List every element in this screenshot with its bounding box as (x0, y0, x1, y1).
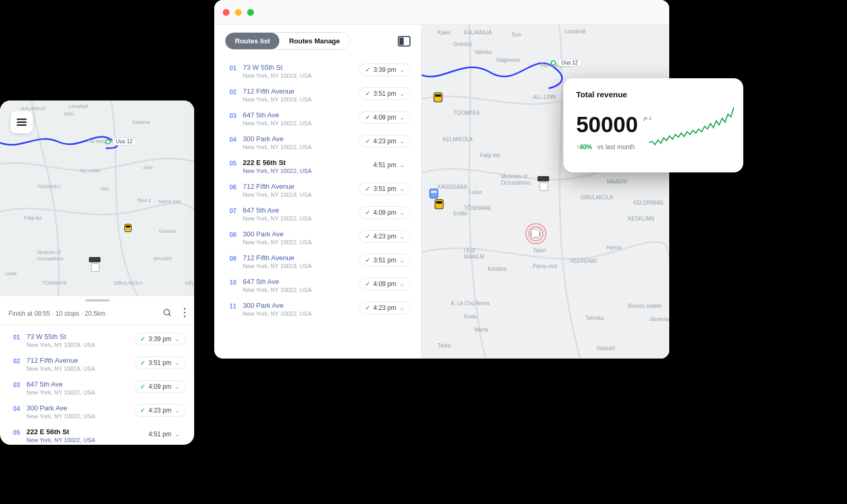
stop-row[interactable]: 04300 Park AveNew York, NY 10022, USA✓4:… (8, 400, 186, 424)
stop-time-chip[interactable]: ✓4:23 pm⌄ (359, 135, 411, 148)
window-controls (223, 9, 254, 16)
chevron-down-icon: ⌄ (175, 430, 180, 438)
svg-text:Pärnu mnt: Pärnu mnt (533, 263, 557, 269)
svg-text:VEERENNI: VEERENNI (570, 258, 597, 264)
package-a-icon (540, 182, 548, 191)
stop-address: 222 E 56th St (26, 428, 95, 436)
svg-rect-22 (126, 226, 131, 228)
check-icon: ✓ (365, 90, 370, 97)
tab-routes-manage[interactable]: Routes Manage (279, 33, 349, 49)
stop-time-chip[interactable]: ✓4:09 pm⌄ (359, 206, 411, 219)
stop-row[interactable]: 10647 5th AveNew York, NY 10022, USA✓4:0… (225, 273, 411, 297)
stop-time: 4:23 pm (149, 407, 171, 414)
menu-button[interactable] (11, 111, 33, 133)
svg-text:Falgi tee: Falgi tee (24, 215, 42, 221)
svg-rect-75 (538, 176, 549, 181)
check-icon: ✓ (365, 209, 370, 216)
stop-time-chip[interactable]: ✓3:39 pm⌄ (359, 63, 411, 76)
stop-row[interactable]: 09712 Fifth AvenueNew York, NY 10019, US… (225, 250, 411, 273)
stop-subaddress: New York, NY 10022, USA (243, 310, 312, 317)
stop-index: 01 (225, 63, 236, 72)
mobile-stop-list[interactable]: 0173 W 55th StNew York, NY 10019, USA✓3:… (0, 325, 194, 445)
stop-address: 222 E 56th St (243, 159, 312, 167)
chevron-down-icon: ⌄ (175, 407, 180, 414)
svg-text:KEL: KEL (185, 280, 194, 286)
svg-text:Falgi tee: Falgi tee (480, 152, 500, 158)
mobile-card: KALAMAJA Linnahall Jahu Sadama Fat Marga… (0, 100, 194, 445)
stop-time: 3:51 pm (374, 256, 396, 264)
minimize-window-button[interactable] (235, 9, 242, 16)
stop-row[interactable]: 0173 W 55th StNew York, NY 10019, USA✓3:… (225, 59, 411, 83)
svg-rect-29 (399, 38, 404, 45)
stop-row[interactable]: 02712 Fifth AvenueNew York, NY 10019, US… (8, 352, 186, 376)
vehicle-c-icon (433, 198, 445, 210)
stop-time-chip[interactable]: ✓4:23 pm⌄ (359, 230, 411, 243)
stop-time-chip[interactable]: ✓3:51 pm⌄ (359, 182, 411, 195)
stop-index: 05 (8, 428, 20, 436)
svg-point-25 (184, 308, 185, 309)
chevron-down-icon: ⌄ (175, 359, 180, 366)
revenue-delta-pct: 40% (579, 143, 592, 151)
stop-subaddress: New York, NY 10022, USA (26, 437, 95, 443)
stop-row[interactable]: 11300 Park AveNew York, NY 10022, USA✓4:… (225, 297, 411, 321)
stop-address: 73 W 55th St (26, 333, 95, 341)
check-icon: ✓ (365, 138, 370, 145)
stop-time-chip[interactable]: ✓3:51 pm⌄ (359, 254, 411, 267)
svg-text:Vabriku: Vabriku (475, 49, 492, 55)
window-titlebar[interactable] (214, 0, 669, 25)
stop-row[interactable]: 03647 5th AveNew York, NY 10022, USA✓4:0… (8, 376, 186, 400)
stop-time-chip[interactable]: ✓4:09 pm⌄ (134, 380, 186, 393)
stop-time-chip[interactable]: ✓4:23 pm⌄ (134, 404, 186, 417)
svg-rect-71 (430, 189, 438, 198)
stop-time-chip[interactable]: ✓3:39 pm⌄ (134, 333, 186, 345)
svg-text:KESKLINN: KESKLINN (628, 216, 654, 222)
mobile-map[interactable]: KALAMAJA Linnahall Jahu Sadama Fat Marga… (0, 100, 194, 296)
stop-row[interactable]: 08300 Park AveNew York, NY 10022, USA✓4:… (225, 226, 411, 250)
stop-time: 4:09 pm (374, 280, 396, 288)
stop-time: 4:09 pm (149, 383, 171, 390)
stop-time-chip[interactable]: 4:51 pm⌄ (368, 159, 411, 171)
chevron-down-icon: ⌄ (399, 280, 405, 288)
svg-text:Linnahall: Linnahall (564, 29, 586, 34)
stop-time-chip[interactable]: ✓4:09 pm⌄ (359, 111, 411, 124)
svg-text:SIBULAKÜLA: SIBULAKÜLA (114, 280, 143, 286)
stop-row[interactable]: 06712 Fifth AvenueNew York, NY 10019, US… (225, 178, 411, 202)
svg-text:UUS: UUS (464, 248, 475, 253)
svg-text:A. Le Coq Arena: A. Le Coq Arena (451, 300, 490, 306)
stop-time-chip[interactable]: ✓4:09 pm⌄ (359, 278, 411, 290)
hamburger-icon (16, 116, 28, 128)
desktop-stop-list[interactable]: 0173 W 55th StNew York, NY 10019, USA✓3:… (214, 55, 421, 359)
check-icon: ✓ (140, 383, 145, 390)
stop-time-chip[interactable]: ✓3:51 pm⌄ (134, 356, 186, 369)
desktop-map[interactable]: Kalev KALAMAJA Graniidi Soo Vabriku Valg… (422, 25, 669, 359)
close-window-button[interactable] (223, 9, 230, 16)
more-button[interactable] (184, 308, 186, 319)
stop-row[interactable]: 05222 E 56th StNew York, NY 10022, USA4:… (8, 424, 186, 445)
stop-address: 712 Fifth Avenue (243, 254, 312, 262)
stop-time-chip[interactable]: ✓4:23 pm⌄ (359, 301, 411, 314)
maximize-window-button[interactable] (247, 9, 254, 16)
stop-row[interactable]: 05222 E 56th StNew York, NY 10022, USA4:… (225, 154, 411, 178)
stop-row[interactable]: 02712 Fifth AvenueNew York, NY 10019, US… (225, 83, 411, 107)
check-icon: ✓ (365, 233, 370, 240)
stop-address: 647 5th Ave (243, 278, 312, 286)
check-icon: ✓ (140, 407, 145, 414)
tab-routes-list[interactable]: Routes list (225, 33, 279, 49)
stop-address: 300 Park Ave (243, 135, 312, 143)
check-icon: ✓ (365, 256, 370, 264)
panel-toggle-button[interactable] (398, 36, 411, 47)
printer-icon (89, 257, 101, 264)
svg-text:Marta: Marta (475, 327, 488, 333)
stop-time: 4:23 pm (374, 304, 396, 311)
stop-row[interactable]: 0173 W 55th StNew York, NY 10019, USA✓3:… (8, 328, 186, 352)
stop-row[interactable]: 04300 Park AveNew York, NY 10022, USA✓4:… (225, 131, 411, 154)
search-button[interactable] (162, 308, 172, 319)
stop-time-chip[interactable]: 4:51 pm⌄ (143, 428, 186, 441)
stop-row[interactable]: 07647 5th AveNew York, NY 10022, USA✓4:0… (225, 202, 411, 226)
svg-point-27 (184, 315, 185, 317)
chevron-down-icon: ⌄ (399, 233, 405, 240)
stop-time-chip[interactable]: ✓3:51 pm⌄ (359, 87, 411, 100)
stop-row[interactable]: 03647 5th AveNew York, NY 10022, USA✓4:0… (225, 107, 411, 131)
chevron-down-icon: ⌄ (399, 90, 405, 97)
svg-text:TÕNISMÄE: TÕNISMÄE (464, 205, 492, 211)
